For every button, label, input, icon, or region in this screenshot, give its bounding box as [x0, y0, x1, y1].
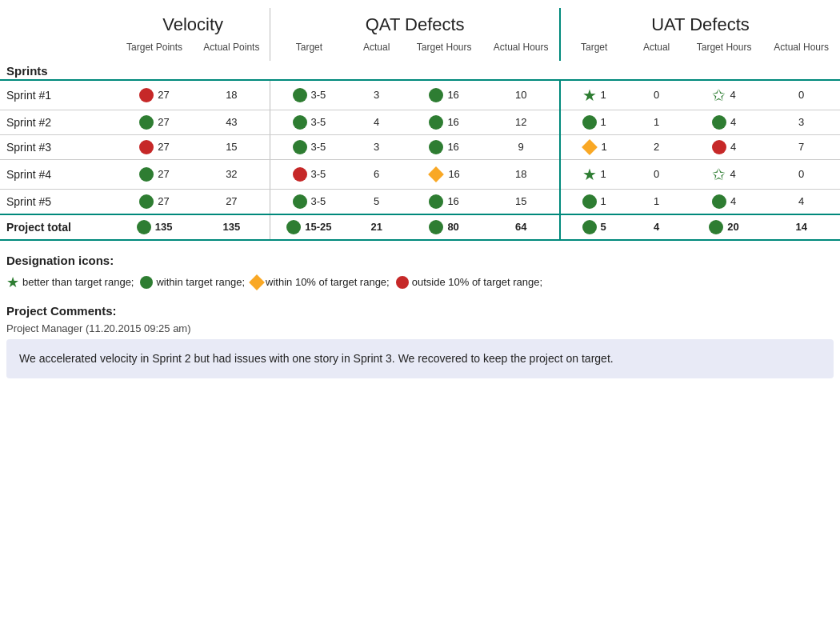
v-actual: 15: [226, 141, 237, 153]
green-circle-icon: [582, 220, 597, 234]
uat-actual-hours: 7: [798, 141, 804, 153]
total-qat-hours-target: 80: [406, 214, 483, 240]
qat-actual-cell: 3: [347, 80, 405, 110]
legend-green-text: within target range;: [156, 276, 245, 288]
qat-target-hours: 16: [447, 89, 458, 101]
qat-target-cell: 3-5: [270, 189, 348, 214]
qat-actual-hours: 9: [518, 141, 524, 153]
uat-actual-cell: 2: [627, 134, 685, 159]
project-total-row: Project total 135 135 15-25 21 80: [0, 214, 840, 240]
diamond-icon: [582, 139, 598, 155]
qat-hours-target-cell: 16: [406, 80, 483, 110]
star-outline-icon: ✩: [712, 165, 726, 184]
uat-actual: 1: [654, 116, 659, 128]
tot-qat-actual-hours: 64: [515, 221, 526, 233]
legend-diamond-text: within 10% of target range;: [266, 276, 390, 288]
green-circle-icon: [429, 115, 443, 130]
legend-items: ★ better than target range; within targe…: [6, 275, 834, 290]
table-row: Sprint #3 27 15 3-5 3: [0, 134, 840, 159]
legend-red: outside 10% of target range;: [396, 276, 542, 289]
legend-star-text: better than target range;: [22, 276, 134, 288]
total-uat-hours-target: 20: [686, 214, 763, 240]
tot-uat-actual: 4: [654, 221, 659, 233]
green-circle-icon: [137, 220, 151, 234]
qat-target-cell: 3-5: [270, 159, 348, 189]
green-circle-icon: [429, 140, 443, 154]
qat-target-cell: 3-5: [270, 134, 348, 159]
uat-hours-actual-cell: 0: [762, 80, 840, 110]
uat-hours-actual-cell: 0: [762, 159, 840, 189]
velocity-target-cell: 27: [116, 159, 194, 189]
uat-target-hours: 4: [730, 168, 735, 180]
green-circle-icon: [429, 194, 443, 209]
tot-qat-target-hours: 80: [447, 221, 458, 233]
green-circle-icon: [712, 115, 726, 130]
qat-hours-target-cell: 16: [406, 189, 483, 214]
tot-qat-actual: 21: [370, 221, 382, 233]
qat-actual: 5: [374, 195, 379, 207]
red-circle-icon: [396, 276, 409, 289]
total-velocity-target: 135: [116, 214, 194, 240]
qat-target: 3-5: [311, 195, 326, 207]
comments-section: Project Comments: Project Manager (11.20…: [0, 296, 840, 385]
target-points-header: Target Points: [116, 37, 194, 61]
v-target: 27: [158, 141, 169, 153]
uat-hours-target-cell: 4: [686, 110, 763, 134]
section-headers: Velocity QAT Defects UAT Defects: [0, 8, 840, 37]
velocity-actual-cell: 27: [193, 189, 270, 214]
legend-green: within target range;: [140, 276, 245, 289]
uat-hours-actual-cell: 4: [762, 189, 840, 214]
qat-actual-hours: 12: [515, 116, 526, 128]
star-outline-icon: ✩: [712, 86, 726, 105]
green-circle-icon: [582, 115, 597, 130]
uat-hours-target-cell: ✩ 4: [686, 159, 763, 189]
uat-target-cell: 1: [560, 189, 627, 214]
qat-hours-target-cell: 16: [406, 134, 483, 159]
qat-actual-header: Actual: [347, 37, 405, 61]
qat-hours-target-cell: 16: [406, 159, 483, 189]
tot-uat-target: 5: [601, 221, 606, 233]
green-circle-icon: [429, 220, 443, 234]
uat-actual-hours: 0: [798, 168, 804, 180]
velocity-actual-cell: 32: [193, 159, 270, 189]
v-actual: 32: [226, 168, 237, 180]
v-target: 27: [158, 168, 169, 180]
total-uat-target: 5: [560, 214, 627, 240]
legend-diamond: within 10% of target range;: [251, 276, 390, 288]
table-row: Sprint #1 27 18 3-5 3: [0, 80, 840, 110]
tot-qat-target: 15-25: [305, 221, 331, 233]
qat-target: 3-5: [311, 168, 326, 180]
uat-target-hours-header: Target Hours: [686, 37, 763, 61]
uat-hours-actual-cell: 7: [762, 134, 840, 159]
v-actual: 27: [226, 195, 237, 207]
green-circle-icon: [286, 220, 301, 234]
qat-target-hours: 16: [447, 141, 458, 153]
sprint-label: Sprint #1: [0, 80, 116, 110]
diamond-icon: [428, 166, 444, 182]
diamond-icon: [249, 274, 265, 290]
total-uat-actual: 4: [627, 214, 685, 240]
tot-v-target: 135: [155, 221, 173, 233]
velocity-actual-cell: 15: [193, 134, 270, 159]
uat-actual-header: Actual: [627, 37, 685, 61]
velocity-target-cell: 27: [116, 80, 194, 110]
green-circle-icon: [429, 88, 443, 102]
uat-actual-hours: 3: [798, 116, 804, 128]
uat-header: UAT Defects: [560, 8, 840, 37]
green-circle-icon: [139, 194, 154, 209]
v-target: 27: [158, 89, 169, 101]
actual-points-header: Actual Points: [193, 37, 270, 61]
main-table: Velocity QAT Defects UAT Defects Target …: [0, 8, 840, 241]
sprints-label: Sprints: [0, 61, 840, 80]
qat-target-hours: 16: [448, 168, 459, 180]
sprint-label: Sprint #2: [0, 110, 116, 134]
qat-hours-actual-cell: 18: [482, 159, 560, 189]
qat-actual: 4: [374, 116, 379, 128]
qat-target-cell: 3-5: [270, 80, 348, 110]
total-label: Project total: [0, 214, 116, 240]
comments-box: We accelerated velocity in Sprint 2 but …: [6, 339, 834, 378]
qat-hours-target-cell: 16: [406, 110, 483, 134]
uat-hours-target-cell: ✩ 4: [686, 80, 763, 110]
qat-target-header: Target: [270, 37, 348, 61]
red-circle-icon: [712, 140, 726, 154]
